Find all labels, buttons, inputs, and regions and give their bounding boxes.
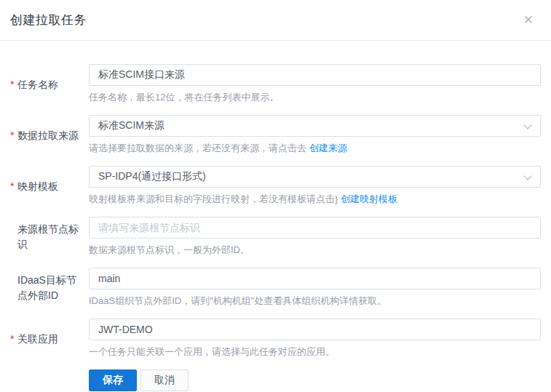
close-icon[interactable]: ✕ <box>523 14 534 26</box>
field-input-wrap <box>89 166 541 188</box>
field-label: IDaaS目标节点外部ID <box>17 273 83 303</box>
required-asterisk: * <box>10 332 17 347</box>
save-button[interactable]: 保存 <box>89 369 137 391</box>
text-field[interactable] <box>89 268 541 289</box>
text-field[interactable] <box>89 319 541 340</box>
create-pull-task-dialog: 创建拉取任务 ✕ * 任务名称 任务名称，最长12位，将在任务列表中展示。 * … <box>0 0 551 392</box>
dialog-header: 创建拉取任务 ✕ <box>0 0 551 41</box>
form-row: * 关联应用 一个任务只能关联一个应用，请选择与此任务对应的应用。 <box>10 319 541 359</box>
field-help: IDaaS组织节点外部ID，请到"机构机组"处查看具体组织机构详情获取。 <box>89 294 541 308</box>
required-asterisk: * <box>10 77 17 92</box>
form-row: * 映射模板 映射模板将来源和目标的字段进行映射，若没有模板请点击} 创建映射模… <box>10 166 541 207</box>
field-input-wrap <box>89 319 541 340</box>
form-rows: * 任务名称 任务名称，最长12位，将在任务列表中展示。 * 数据拉取来源 请选… <box>10 64 541 359</box>
select-field[interactable] <box>89 115 541 137</box>
field-help: 映射模板将来源和目标的字段进行映射，若没有模板请点击} 创建映射模板 <box>89 192 541 207</box>
form-row: * 数据拉取来源 请选择要拉取数据的来源，若还没有来源，请点击去 创建来源 <box>10 115 541 156</box>
form-row: * 来源根节点标识 数据来源根节点标识，一般为外部ID。 <box>10 217 541 257</box>
form-row: * 任务名称 任务名称，最长12位，将在任务列表中展示。 <box>10 64 541 105</box>
field-help: 一个任务只能关联一个应用，请选择与此任务对应的应用。 <box>89 345 541 359</box>
field-input-wrap <box>89 268 541 289</box>
required-asterisk: * <box>10 179 17 194</box>
field-help: 任务名称，最长12位，将在任务列表中展示。 <box>89 90 541 105</box>
field-label: 任务名称 <box>17 77 58 92</box>
page-title: 创建拉取任务 <box>10 12 87 28</box>
create-pull-task-form: * 任务名称 任务名称，最长12位，将在任务列表中展示。 * 数据拉取来源 请选… <box>0 41 551 392</box>
required-asterisk: * <box>10 128 17 143</box>
cancel-button[interactable]: 取消 <box>140 369 189 391</box>
help-link[interactable]: 创建映射模板 <box>341 193 397 204</box>
text-field[interactable] <box>89 64 541 86</box>
form-row: * IDaaS目标节点外部ID IDaaS组织节点外部ID，请到"机构机组"处查… <box>10 268 541 308</box>
field-input-wrap <box>89 217 541 239</box>
field-label: 数据拉取来源 <box>17 128 79 143</box>
field-help: 请选择要拉取数据的来源，若还没有来源，请点击去 创建来源 <box>89 141 541 156</box>
field-input-wrap <box>89 115 541 137</box>
form-actions: 保存 取消 <box>10 369 541 391</box>
field-input-wrap <box>89 64 541 86</box>
field-label: 来源根节点标识 <box>17 222 83 252</box>
actions-spacer <box>10 369 89 391</box>
select-field[interactable] <box>89 166 541 188</box>
field-label: 映射模板 <box>17 179 58 194</box>
field-label: 关联应用 <box>17 332 58 347</box>
field-help: 数据来源根节点标识，一般为外部ID。 <box>89 243 541 257</box>
help-link[interactable]: 创建来源 <box>309 143 347 153</box>
text-field[interactable] <box>89 217 541 239</box>
